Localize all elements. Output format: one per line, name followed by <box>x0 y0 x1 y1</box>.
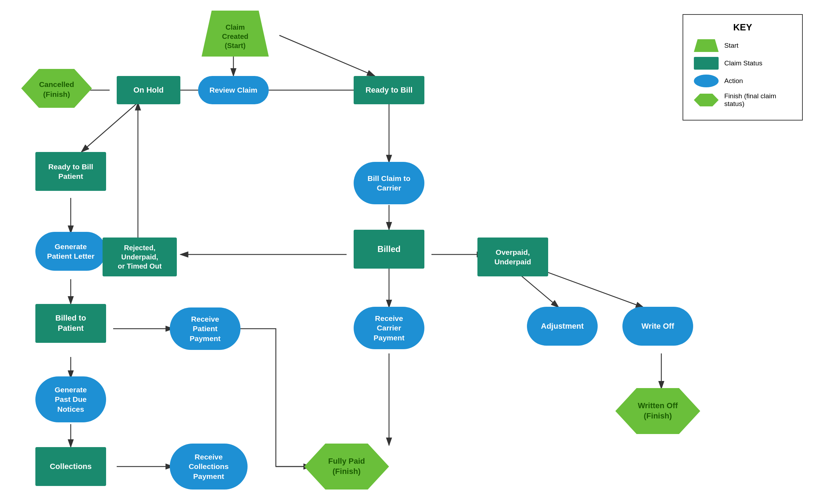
svg-line-2 <box>279 35 375 76</box>
cancelled-node: Cancelled (Finish) <box>21 69 92 108</box>
key-title: KEY <box>694 22 791 33</box>
receive-collections-payment-node: Receive Collections Payment <box>170 444 248 490</box>
key-box: KEY Start Claim Status Action Finish (fi… <box>683 14 803 121</box>
key-label-action: Action <box>724 77 743 85</box>
rejected-underpaid-node: Rejected, Underpaid, or Timed Out <box>103 238 177 276</box>
ready-to-bill-patient-node: Ready to Bill Patient <box>35 152 106 191</box>
write-off-node: Write Off <box>622 307 693 346</box>
bill-claim-to-carrier-node: Bill Claim to Carrier <box>354 162 424 204</box>
overpaid-underpaid-node: Overpaid, Underpaid <box>477 238 548 276</box>
generate-patient-letter-node: Generate Patient Letter <box>35 232 106 271</box>
ready-to-bill-node: Ready to Bill <box>354 76 424 104</box>
claim-created-node: Claim Created (Start) <box>202 11 269 57</box>
collections-node: Collections <box>35 447 106 486</box>
diagram-container: Claim Created (Start) On Hold Review Cla… <box>0 0 824 504</box>
generate-past-due-node: Generate Past Due Notices <box>35 376 106 422</box>
key-label-start: Start <box>724 42 738 49</box>
svg-line-14 <box>538 269 644 307</box>
key-shape-ellipse <box>694 75 719 87</box>
billed-to-patient-node: Billed to Patient <box>35 304 106 343</box>
receive-patient-payment-node: Receive Patient Payment <box>170 307 240 350</box>
key-row-claim-status: Claim Status <box>694 57 791 70</box>
key-shape-trapezoid <box>694 39 719 52</box>
adjustment-node: Adjustment <box>527 307 598 346</box>
key-row-finish: Finish (final claim status) <box>694 92 791 108</box>
key-row-start: Start <box>694 39 791 52</box>
key-shape-hexagon <box>694 94 719 106</box>
key-shape-rect <box>694 57 719 70</box>
written-off-node: Written Off (Finish) <box>615 388 700 434</box>
svg-line-5 <box>81 102 138 152</box>
receive-carrier-payment-node: Receive Carrier Payment <box>354 307 424 349</box>
on-hold-node: On Hold <box>117 76 180 104</box>
key-label-finish: Finish (final claim status) <box>724 92 791 108</box>
key-row-action: Action <box>694 75 791 87</box>
key-label-claim-status: Claim Status <box>724 59 762 67</box>
review-claim-node: Review Claim <box>198 76 269 104</box>
fully-paid-node: Fully Paid (Finish) <box>304 444 389 490</box>
billed-node: Billed <box>354 230 424 269</box>
